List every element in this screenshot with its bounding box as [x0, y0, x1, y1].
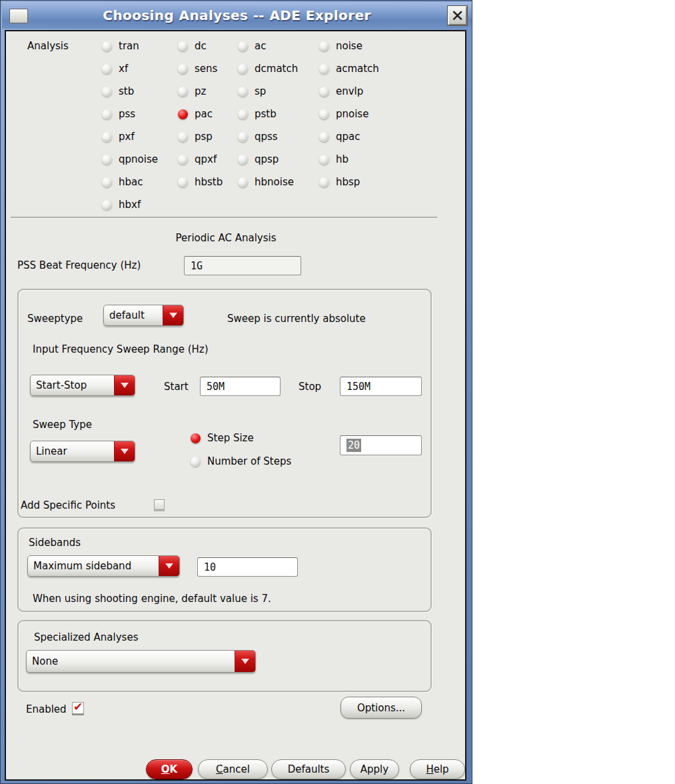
sidebands-mode-dropdown[interactable]: Maximum sideband	[27, 555, 180, 577]
analysis-radio-ac[interactable]: ac	[238, 39, 266, 53]
analysis-radio-stb[interactable]: stb	[102, 85, 134, 98]
analysis-radio-qpss[interactable]: qpss	[238, 130, 278, 143]
sidebands-input[interactable]: 10	[197, 557, 298, 577]
options-button-label: Options...	[357, 702, 405, 714]
step-size-radio[interactable]: Step Size	[191, 431, 254, 445]
radio-icon	[102, 200, 112, 210]
radio-icon	[319, 41, 329, 51]
radio-icon	[191, 457, 201, 467]
start-input[interactable]: 50M	[200, 377, 281, 396]
chevron-down-icon	[114, 375, 135, 395]
radio-label: hbnoise	[255, 176, 294, 188]
analysis-radio-pstb[interactable]: pstb	[238, 107, 277, 121]
apply-button[interactable]: Apply	[350, 759, 399, 779]
analysis-radio-acmatch[interactable]: acmatch	[319, 62, 379, 75]
close-icon[interactable]: ✕	[448, 6, 467, 25]
enabled-label: Enabled	[26, 703, 67, 716]
analysis-radio-qpsp[interactable]: qpsp	[238, 153, 279, 166]
radio-label: dc	[195, 40, 207, 52]
sidebands-mode-value: Maximum sideband	[28, 556, 159, 576]
titlebar[interactable]: Choosing Analyses -- ADE Explorer ✕	[2, 2, 472, 29]
radio-icon	[319, 87, 329, 97]
sidebands-value: 10	[204, 561, 216, 573]
radio-label: noise	[336, 40, 362, 52]
options-button[interactable]: Options...	[340, 697, 422, 719]
analysis-radio-sp[interactable]: sp	[238, 85, 266, 98]
step-size-value: 20	[346, 439, 361, 452]
frequency-range-label: Input Frequency Sweep Range (Hz)	[33, 343, 209, 356]
add-specific-points-checkbox[interactable]	[154, 499, 165, 510]
radio-icon	[319, 109, 329, 119]
stop-label: Stop	[299, 380, 321, 393]
stop-input[interactable]: 150M	[340, 377, 422, 396]
radio-label: pss	[119, 108, 135, 120]
defaults-button[interactable]: Defaults	[271, 759, 346, 779]
sweeptype-dropdown[interactable]: default	[103, 305, 184, 326]
start-value: 50M	[207, 381, 225, 393]
radio-label: acmatch	[336, 63, 379, 75]
specialized-analyses-value: None	[27, 651, 235, 672]
chevron-down-icon	[114, 441, 135, 461]
analysis-radio-pnoise[interactable]: pnoise	[319, 107, 368, 121]
chevron-down-icon	[159, 556, 179, 576]
number-of-steps-radio[interactable]: Number of Steps	[191, 455, 291, 468]
radio-icon	[178, 132, 188, 142]
radio-label: sp	[255, 85, 266, 97]
radio-icon	[178, 155, 188, 165]
help-button[interactable]: Help	[410, 759, 465, 779]
sweep-type-dropdown[interactable]: Linear	[30, 441, 135, 462]
sweep-type-value: Linear	[31, 441, 114, 461]
number-of-steps-label: Number of Steps	[207, 455, 291, 467]
radio-label: pac	[195, 108, 213, 120]
specialized-analyses-dropdown[interactable]: None	[26, 650, 256, 673]
analysis-radio-pz[interactable]: pz	[178, 85, 206, 98]
analysis-radio-dcmatch[interactable]: dcmatch	[238, 62, 298, 75]
sidebands-label: Sidebands	[29, 536, 81, 549]
sweep-type-label: Sweep Type	[33, 418, 92, 431]
enabled-checkbox[interactable]	[72, 702, 84, 714]
analysis-radio-qpxf[interactable]: qpxf	[178, 153, 217, 166]
step-size-label: Step Size	[207, 432, 254, 444]
analysis-radio-qpnoise[interactable]: qpnoise	[102, 153, 158, 166]
radio-icon	[102, 177, 112, 187]
radio-icon	[178, 41, 188, 51]
analysis-radio-hb[interactable]: hb	[319, 153, 348, 166]
sweeptype-value: default	[104, 305, 163, 325]
radio-label: hbstb	[195, 176, 223, 188]
analysis-radio-qpac[interactable]: qpac	[319, 130, 360, 143]
analysis-radio-hbsp[interactable]: hbsp	[319, 175, 360, 189]
radio-label: pxf	[119, 131, 135, 143]
analysis-radio-envlp[interactable]: envlp	[319, 85, 363, 98]
radio-label: pz	[195, 85, 206, 97]
range-mode-dropdown[interactable]: Start-Stop	[30, 375, 135, 396]
radio-label: psp	[195, 131, 213, 143]
analysis-radio-pxf[interactable]: pxf	[102, 130, 135, 143]
analysis-radio-hbxf[interactable]: hbxf	[102, 198, 141, 211]
analysis-radio-tran[interactable]: tran	[102, 39, 139, 53]
analysis-radio-noise[interactable]: noise	[319, 39, 362, 53]
radio-icon	[178, 87, 188, 97]
radio-label: hbsp	[336, 176, 360, 188]
ok-button[interactable]: OK	[146, 759, 193, 779]
radio-label: qpxf	[195, 153, 217, 165]
dialog-body: Analysis trandcacnoisexfsensdcmatchacmat…	[5, 30, 466, 781]
analysis-radio-xf[interactable]: xf	[102, 62, 128, 75]
radio-icon	[238, 132, 248, 142]
pss-beat-frequency-input[interactable]: 1G	[184, 256, 301, 275]
radio-label: xf	[119, 63, 128, 75]
step-size-input[interactable]: 20	[340, 435, 422, 455]
analysis-radio-pss[interactable]: pss	[102, 107, 135, 121]
analysis-radio-sens[interactable]: sens	[178, 62, 217, 75]
radio-label: envlp	[336, 85, 363, 97]
analysis-radio-hbac[interactable]: hbac	[102, 175, 143, 189]
analysis-radio-dc[interactable]: dc	[178, 39, 207, 53]
window-menu-icon[interactable]	[9, 9, 28, 23]
specialized-analyses-label: Specialized Analyses	[34, 631, 138, 644]
radio-label: pstb	[255, 108, 277, 120]
cancel-button[interactable]: Cancel	[198, 759, 268, 779]
analysis-radio-hbnoise[interactable]: hbnoise	[238, 175, 294, 189]
analysis-radio-pac[interactable]: pac	[178, 107, 213, 121]
analysis-radio-psp[interactable]: psp	[178, 130, 213, 143]
dialog-title: Choosing Analyses -- ADE Explorer	[103, 7, 370, 23]
analysis-radio-hbstb[interactable]: hbstb	[178, 175, 223, 189]
